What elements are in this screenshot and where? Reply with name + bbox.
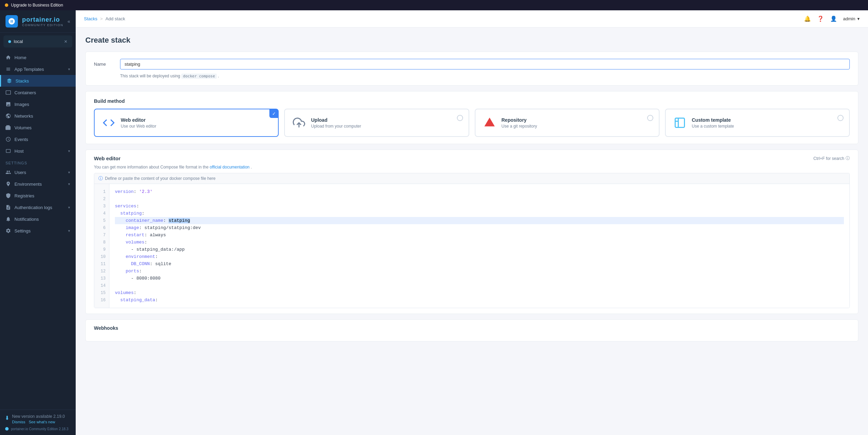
- sidebar-item-notifications-label: Notifications: [14, 217, 39, 222]
- code-line-7: restart: always: [115, 231, 844, 239]
- line-numbers: 1 2 3 4 5 6 7 8 9 10 11 12 13: [94, 184, 109, 308]
- volumes-icon: [6, 125, 11, 130]
- code-line-13: - 8080:8080: [115, 275, 844, 282]
- line-num-14: 14: [94, 282, 109, 289]
- sidebar-item-stacks[interactable]: Stacks: [0, 75, 76, 87]
- build-method-section: Build method Web editor Use our Web ed: [85, 91, 858, 144]
- code-line-14: [115, 282, 844, 289]
- home-icon: [6, 55, 11, 60]
- line-num-1: 1: [94, 188, 109, 195]
- users-icon: [6, 170, 11, 175]
- env-label: local: [8, 39, 23, 44]
- page-title: Create stack: [85, 36, 858, 45]
- containers-icon: [6, 90, 11, 95]
- notifications-bell-icon[interactable]: 🔔: [804, 15, 811, 22]
- user-menu[interactable]: admin ▾: [843, 16, 860, 21]
- sidebar-item-notifications[interactable]: Notifications: [0, 213, 76, 225]
- upload-radio: [457, 115, 463, 121]
- sidebar-item-images-label: Images: [14, 102, 29, 107]
- help-circle-icon: ⓘ: [846, 155, 850, 161]
- sidebar-item-images[interactable]: Images: [0, 98, 76, 110]
- environments-arrow-icon: ▾: [68, 182, 70, 186]
- name-section: Name This stack will be deployed using d…: [85, 52, 858, 86]
- help-icon[interactable]: ❓: [817, 15, 824, 22]
- host-arrow-icon: ▾: [68, 149, 70, 153]
- sidebar-item-volumes[interactable]: Volumes: [0, 122, 76, 133]
- upgrade-dot: [5, 3, 8, 7]
- upload-info: Upload Upload from your computer: [311, 117, 361, 129]
- sidebar-item-registries-label: Registries: [14, 193, 34, 198]
- docker-note-suffix: .: [218, 74, 219, 78]
- method-card-repository[interactable]: Repository Use a git repository: [475, 109, 660, 137]
- app-templates-icon: [6, 66, 11, 72]
- code-editor[interactable]: 1 2 3 4 5 6 7 8 9 10 11 12 13: [94, 184, 849, 308]
- code-line-12: ports:: [115, 268, 844, 275]
- custom-template-desc: Use a custom template: [692, 124, 734, 129]
- code-line-10: environment:: [115, 253, 844, 260]
- registries-icon: [6, 193, 11, 198]
- dismiss-link[interactable]: Dismiss: [12, 420, 25, 424]
- repository-info: Repository Use a git repository: [502, 117, 537, 129]
- auth-logs-arrow-icon: ▾: [68, 205, 70, 210]
- sidebar-item-environments[interactable]: Environments ▾: [0, 178, 76, 190]
- new-version-notice: ⬇ New version available 2.19.0 Dismiss S…: [5, 414, 71, 424]
- environments-icon: [6, 181, 11, 187]
- method-card-web-editor[interactable]: Web editor Use our Web editor ✓: [94, 109, 279, 137]
- sidebar-item-users-label: Users: [14, 170, 26, 175]
- env-close-icon[interactable]: ✕: [64, 39, 67, 44]
- web-editor-desc: Use our Web editor: [121, 124, 156, 129]
- sidebar-item-registries[interactable]: Registries: [0, 190, 76, 202]
- breadcrumb-stacks-link[interactable]: Stacks: [84, 16, 97, 21]
- logo-text: portainer.io COMMUNITY EDITION: [22, 16, 63, 27]
- line-num-9: 9: [94, 246, 109, 253]
- sidebar-item-host[interactable]: Host ▾: [0, 145, 76, 157]
- sidebar-item-networks[interactable]: Networks: [0, 110, 76, 122]
- stacks-icon: [7, 78, 12, 84]
- line-num-13: 13: [94, 275, 109, 282]
- editor-note-suffix: .: [251, 165, 252, 170]
- host-icon: [6, 148, 11, 154]
- see-whats-new-link[interactable]: See what's new: [29, 420, 55, 424]
- code-line-1: version: '2.3': [115, 188, 844, 195]
- docker-note-text: This stack will be deployed using: [120, 74, 180, 78]
- official-docs-link[interactable]: official documentation: [210, 165, 249, 170]
- sidebar-nav: Home App Templates ▾ Stacks Containers I…: [0, 50, 76, 410]
- custom-template-radio: [837, 115, 844, 121]
- users-arrow-icon: ▾: [68, 170, 70, 175]
- user-profile-icon[interactable]: 👤: [830, 15, 837, 22]
- sidebar-bottom: ⬇ New version available 2.19.0 Dismiss S…: [0, 410, 76, 435]
- upgrade-bar[interactable]: Upgrade to Business Edition: [0, 0, 868, 10]
- sidebar-item-volumes-label: Volumes: [14, 125, 32, 130]
- repository-title: Repository: [502, 117, 537, 123]
- upload-desc: Upload from your computer: [311, 124, 361, 129]
- env-name: local: [14, 39, 23, 44]
- method-card-custom-template[interactable]: Custom template Use a custom template: [665, 109, 850, 137]
- custom-template-info: Custom template Use a custom template: [692, 117, 734, 129]
- webhooks-title: Webhooks: [94, 325, 850, 331]
- repository-radio: [647, 115, 653, 121]
- images-icon: [6, 101, 11, 107]
- editor-note-prefix: You can get more information about Compo…: [94, 165, 208, 170]
- code-line-6: image: statping/statping:dev: [115, 224, 844, 231]
- sidebar-item-app-templates[interactable]: App Templates ▾: [0, 63, 76, 75]
- logo-icon: [6, 15, 18, 28]
- code-line-9: - statping_data:/app: [115, 246, 844, 253]
- sidebar-logo: portainer.io COMMUNITY EDITION «: [0, 10, 76, 33]
- repository-icon: [482, 116, 497, 130]
- environment-selector[interactable]: local ✕: [3, 35, 72, 47]
- repository-svg: [483, 117, 496, 129]
- code-content[interactable]: version: '2.3' services: statping: conta…: [109, 184, 849, 308]
- name-input[interactable]: [120, 59, 850, 69]
- sidebar-item-settings[interactable]: Settings ▾: [0, 225, 76, 237]
- sidebar-item-home[interactable]: Home: [0, 52, 76, 63]
- sidebar-item-auth-logs[interactable]: Authentication logs ▾: [0, 202, 76, 213]
- sidebar-item-containers[interactable]: Containers: [0, 87, 76, 98]
- user-menu-label: admin: [843, 16, 855, 21]
- sidebar-item-users[interactable]: Users ▾: [0, 166, 76, 178]
- collapse-sidebar-button[interactable]: «: [67, 19, 70, 24]
- sidebar-item-events[interactable]: Events: [0, 133, 76, 145]
- code-line-2: [115, 195, 844, 203]
- method-card-upload[interactable]: Upload Upload from your computer: [284, 109, 469, 137]
- line-num-6: 6: [94, 224, 109, 231]
- upload-title: Upload: [311, 117, 361, 123]
